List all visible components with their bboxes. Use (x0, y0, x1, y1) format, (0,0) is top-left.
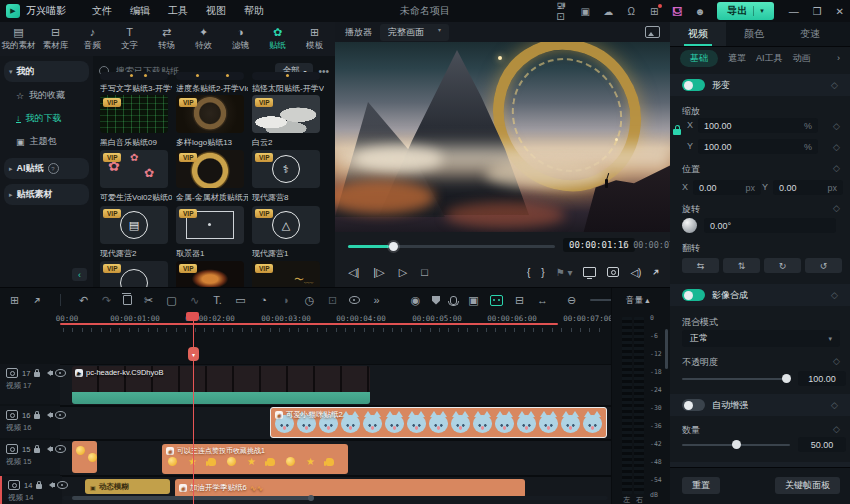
amount-slider-knob[interactable] (732, 440, 741, 449)
mute-speaker-icon[interactable] (44, 412, 51, 418)
split-scissors-icon[interactable]: ✂ (142, 294, 155, 307)
sticker-item-camping1[interactable]: VIP △ (252, 206, 320, 244)
scrollbar-thumb[interactable] (72, 496, 312, 500)
playhead-marker-badge[interactable]: ▾ (188, 347, 199, 361)
stop-button[interactable]: □ (421, 266, 428, 278)
motion-blur-clip[interactable]: ▣ 动态模糊 (85, 479, 170, 494)
more-options-icon[interactable]: ••• (318, 66, 329, 77)
device-screen-icon[interactable]: ⊟ (513, 294, 526, 307)
account-icon[interactable]: ☻ (694, 5, 706, 17)
tab-color[interactable]: 颜色 (726, 22, 782, 46)
reframe-tool-icon[interactable]: ⊡ (326, 294, 339, 307)
position-y-input[interactable]: 0.00 px (773, 180, 843, 195)
pointer-tool-icon[interactable]: ➔ (28, 291, 46, 309)
sticker-thumb-partial[interactable] (252, 72, 320, 80)
sidebar-item-downloads[interactable]: ↓ 我的下载 (0, 107, 93, 130)
sticker-item-partial-bottom[interactable]: VIP 〜﹏ (252, 261, 320, 287)
speed-tool-icon[interactable]: ◔ (257, 294, 270, 307)
export-button[interactable]: 导出 ▾ (717, 2, 774, 20)
seek-bar[interactable] (348, 245, 555, 248)
tab-effects[interactable]: ✦特效 (185, 22, 222, 56)
rotate-input[interactable]: 0.00° (704, 218, 836, 233)
tab-speed[interactable]: 变速 (782, 22, 838, 46)
media-browser-icon[interactable]: ⊞ (8, 294, 21, 307)
tab-my-media[interactable]: ▤我的素材 (0, 22, 37, 56)
keyframe-diamond-icon[interactable]: ◇ (833, 356, 840, 366)
opacity-slider-knob[interactable] (782, 374, 791, 383)
redo-icon[interactable]: ↷ (100, 294, 113, 307)
sticker-item-partial-bottom[interactable]: VIP (176, 261, 244, 287)
cat-sticker-clip[interactable]: ◉ 可爱小猫咪贴纸2 (270, 407, 607, 438)
mirror-display-icon[interactable] (583, 267, 596, 277)
keyframe-panel-button[interactable]: 关键帧面板 (775, 477, 840, 494)
zoom-out-icon[interactable]: ⊖ (565, 294, 578, 307)
amount-value[interactable]: 50.00 (798, 437, 846, 452)
support-headset-icon[interactable]: Ω (625, 5, 637, 17)
display-mode-icon[interactable]: 🖳​⊡ (556, 5, 568, 17)
window-minimize-button[interactable]: — (789, 6, 799, 17)
seek-knob[interactable] (389, 242, 398, 251)
tab-video[interactable]: 视频 (670, 22, 726, 46)
tab-audio[interactable]: ♪音频 (74, 22, 111, 56)
window-maximize-button[interactable]: ❒ (813, 6, 822, 17)
pointer-scale-icon[interactable]: ➔ (650, 266, 662, 278)
next-frame-button[interactable]: |▷ (373, 266, 384, 279)
scale-y-input[interactable]: 100.00 % (698, 139, 818, 154)
plugins-grid-icon[interactable]: ⊞ (648, 5, 660, 17)
transform-toggle[interactable] (682, 79, 705, 91)
tab-stock-library[interactable]: ⊟素材库 (37, 22, 74, 56)
audio-stretch-icon[interactable]: ∿ (188, 294, 201, 307)
mark-in-button[interactable]: { (527, 267, 530, 278)
mask-tool-icon[interactable]: ▭ (234, 294, 247, 307)
track-header-14[interactable]: 14 视频 14 (0, 476, 62, 504)
sticker-thumb-partial[interactable] (100, 72, 168, 80)
tab-transition[interactable]: ⇄转场 (148, 22, 185, 56)
rotate-cw-button[interactable]: ↻ (764, 258, 801, 273)
scrollbar-grip[interactable] (308, 495, 314, 501)
sticker-item-flowers[interactable]: VIP ✿ ✿ ✿ (100, 150, 168, 188)
snapshot-overlay-icon[interactable]: ▣ (467, 294, 480, 307)
video-clip[interactable]: ▶ pc-header-kv.C9DhyoB (72, 366, 370, 392)
scale-lock-icon[interactable] (673, 129, 681, 135)
lock-icon[interactable] (34, 448, 40, 453)
track-header-17[interactable]: 17 视频 17 (0, 364, 60, 404)
keyframe-diamond-icon[interactable]: ◇ (831, 80, 838, 90)
scale-x-input[interactable]: 100.00 % (698, 118, 818, 133)
subtab-ai-tools[interactable]: AI工具 (756, 52, 783, 65)
flip-vertical-button[interactable]: ⇅ (723, 258, 760, 273)
video-canvas[interactable] (335, 42, 670, 232)
lock-icon[interactable] (34, 414, 40, 419)
ai-assistant-icon[interactable] (490, 295, 503, 306)
reset-button[interactable]: 重置 (682, 477, 720, 494)
rotate-ccw-button[interactable]: ↺ (805, 258, 842, 273)
amount-slider[interactable] (682, 444, 790, 446)
mark-out-button[interactable]: } (541, 267, 544, 278)
shield-icon[interactable] (432, 296, 440, 305)
subtab-basic[interactable]: 基础 (680, 50, 718, 67)
keyframe-diamond-icon[interactable]: ◇ (831, 400, 838, 410)
sidebar-item-theme-pack[interactable]: ▣ 主题包 (0, 130, 93, 153)
sidebar-group-ai-sticker[interactable]: ▸ AI贴纸 ? (4, 158, 89, 179)
menu-tools[interactable]: 工具 (168, 4, 188, 18)
text-tool-icon[interactable]: T. (211, 294, 224, 307)
challenge-sticker-clip[interactable]: ◉ 可以三连点赞投币收藏挑战1 ★ ★ ★ (162, 444, 348, 474)
play-button[interactable]: ▷ (399, 266, 407, 279)
delete-icon[interactable] (123, 295, 132, 305)
playhead-handle[interactable] (186, 312, 199, 321)
menu-view[interactable]: 视图 (206, 4, 226, 18)
opacity-value[interactable]: 100.00 (798, 371, 846, 386)
lock-icon[interactable] (34, 372, 40, 377)
sticker-thumb-partial[interactable] (176, 72, 244, 80)
tab-templates[interactable]: ⊞模板 (296, 22, 333, 56)
track-header-16[interactable]: 16 视频 16 (0, 406, 60, 438)
timer-tool-icon[interactable]: ◷ (303, 294, 316, 307)
volume-speaker-icon[interactable]: ◁) (630, 267, 641, 278)
sticker-item-camping2[interactable]: VIP ▤ (100, 206, 168, 244)
keyframe-diamond-icon[interactable]: ◇ (833, 424, 840, 434)
flip-horizontal-button[interactable]: ⇆ (682, 258, 719, 273)
view-mode-dropdown[interactable]: 完整画面 ▾ (380, 24, 449, 41)
tab-text[interactable]: T文字 (111, 22, 148, 56)
keyframe-diamond-icon[interactable]: ◇ (833, 203, 840, 213)
mute-speaker-icon[interactable] (46, 482, 53, 488)
marker-flag-button[interactable]: ⚑ ▾ (556, 267, 573, 278)
